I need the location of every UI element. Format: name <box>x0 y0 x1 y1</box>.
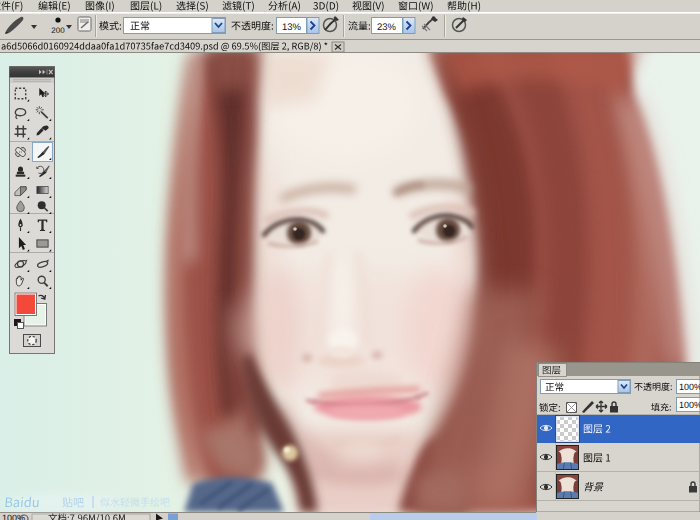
svg-text:200: 200 <box>51 26 65 35</box>
svg-text:100%: 100% <box>679 382 700 392</box>
svg-text:100%: 100% <box>679 400 700 410</box>
svg-text:13%: 13% <box>282 22 302 33</box>
svg-text:23%: 23% <box>377 22 397 33</box>
